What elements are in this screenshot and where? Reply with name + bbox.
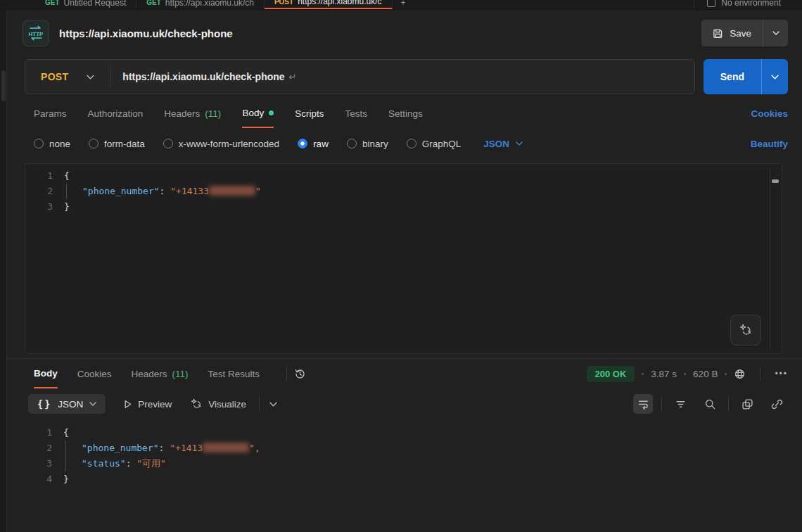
request-body-editor[interactable]: 1 2 3 { "phone_number": "+14133" } — [25, 163, 782, 354]
method-label: POST — [41, 71, 68, 82]
cookies-link[interactable]: Cookies — [751, 108, 788, 119]
response-meta: 200 OK 3.87 s 620 B ••• — [587, 366, 788, 382]
tab-authorization[interactable]: Authorization — [88, 99, 144, 128]
indent-guide — [65, 441, 66, 471]
environment-selector[interactable]: No environment — [694, 0, 802, 10]
environment-label: No environment — [721, 0, 781, 8]
line-number-gutter: 1 2 3 4 — [25, 425, 63, 487]
scrollbar-thumb[interactable] — [772, 179, 779, 183]
indent-guide — [66, 184, 67, 199]
tab-headers[interactable]: Headers(11) — [164, 99, 221, 128]
link-icon — [771, 398, 783, 410]
response-body-viewer[interactable]: 1 2 3 4 { "phone_number": "+1413", "stat… — [25, 421, 782, 525]
response-headers-count: (11) — [172, 369, 189, 379]
code-line: } — [64, 199, 782, 215]
radio-icon — [163, 139, 173, 148]
save-split-button: Save — [701, 20, 788, 46]
separator-dot — [642, 373, 644, 375]
response-toolbar: {} JSON Preview Visualize — [7, 388, 802, 419]
globe-network-icon[interactable] — [734, 368, 746, 380]
radio-binary[interactable]: binary — [347, 139, 388, 149]
status-badge[interactable]: 200 OK — [587, 366, 635, 382]
method-selector[interactable]: POST — [25, 71, 110, 82]
divider — [286, 367, 287, 381]
request-tab-2[interactable]: GET https://api.xiaomu.uk/ch — [136, 0, 265, 10]
separator-dot — [725, 373, 727, 375]
editor-scrollbar[interactable] — [770, 168, 779, 349]
url-input[interactable]: https://api.xiaomu.uk/check-phone↵ — [110, 71, 296, 82]
floppy-save-icon — [713, 28, 723, 39]
new-tab-button[interactable]: + — [393, 0, 414, 8]
response-tab-headers[interactable]: Headers(11) — [132, 359, 189, 388]
url-bar: POST https://api.xiaomu.uk/check-phone↵ — [25, 59, 695, 94]
response-body-code[interactable]: { "phone_number": "+1413", "status": "可用… — [63, 425, 782, 487]
sidebar-drag-handle[interactable] — [1, 70, 6, 101]
response-tab-body[interactable]: Body — [34, 359, 58, 388]
visualize-button[interactable]: Visualize — [190, 398, 246, 410]
radio-none[interactable]: none — [34, 139, 70, 149]
body-modified-dot-icon — [269, 110, 274, 115]
radio-form-data[interactable]: form-data — [89, 139, 145, 149]
workspace-tab-strip: GET Untitled Request GET https://api.xia… — [0, 0, 802, 10]
url-row: POST https://api.xiaomu.uk/check-phone↵ … — [7, 56, 802, 99]
url-value: https://api.xiaomu.uk/check-phone — [122, 71, 284, 82]
request-body-code[interactable]: { "phone_number": "+14133" } — [64, 168, 782, 215]
format-selector[interactable]: JSON — [483, 139, 523, 149]
response-tab-test-results[interactable]: Test Results — [208, 359, 260, 388]
radio-raw-selected[interactable]: raw — [298, 139, 329, 149]
search-icon — [704, 398, 716, 410]
tab-body[interactable]: Body — [242, 99, 274, 128]
code-line: { — [64, 168, 782, 184]
response-time[interactable]: 3.87 s — [651, 369, 677, 379]
radio-x-www-form-urlencoded[interactable]: x-www-form-urlencoded — [163, 139, 279, 149]
filter-icon — [675, 398, 687, 410]
sparkle-circle-icon — [190, 398, 203, 410]
chevron-down-icon — [516, 141, 523, 146]
chevron-down-icon — [87, 75, 94, 80]
filter-button[interactable] — [670, 394, 690, 414]
copy-response-button[interactable] — [737, 394, 757, 414]
braces-icon: {} — [37, 398, 51, 410]
divider — [760, 367, 760, 381]
response-tab-cookies[interactable]: Cookies — [77, 359, 112, 388]
preview-button[interactable]: Preview — [124, 399, 172, 410]
method-badge: GET — [45, 0, 60, 6]
save-button[interactable]: Save — [701, 20, 763, 46]
redacted-value — [203, 443, 249, 452]
send-options-chevron[interactable] — [761, 59, 788, 94]
clock-history-icon — [294, 368, 306, 380]
request-header: HTTP https://api.xiaomu.uk/check-phone S… — [7, 10, 802, 56]
request-tab-1[interactable]: GET Untitled Request — [35, 0, 136, 10]
radio-graphql[interactable]: GraphQL — [407, 139, 462, 149]
share-link-button[interactable] — [767, 394, 787, 414]
more-options-button[interactable]: ••• — [775, 369, 788, 379]
save-options-chevron[interactable] — [763, 20, 788, 46]
send-button[interactable]: Send — [704, 59, 761, 94]
tab-params[interactable]: Params — [34, 99, 67, 128]
tab-scripts[interactable]: Scripts — [295, 99, 324, 128]
response-format-selector[interactable]: {} JSON — [28, 394, 106, 414]
code-line: "phone_number": "+14133" — [64, 184, 782, 199]
more-formats-chevron[interactable] — [269, 402, 277, 407]
beautify-link[interactable]: Beautify — [751, 139, 788, 149]
postbot-fix-button[interactable] — [730, 315, 761, 346]
response-section-tabs: Body Cookies Headers(11) Test Results 20… — [7, 359, 802, 388]
divider — [259, 397, 260, 411]
postman-app: GET Untitled Request GET https://api.xia… — [0, 0, 802, 532]
tab-tests[interactable]: Tests — [345, 99, 367, 128]
save-label: Save — [730, 28, 751, 39]
response-history-button[interactable] — [294, 368, 306, 380]
radio-icon — [347, 139, 357, 148]
line-number-gutter: 1 2 3 — [25, 168, 64, 215]
collapsed-sidebar-rail[interactable] — [0, 10, 7, 532]
search-response-button[interactable] — [700, 394, 720, 414]
wrap-lines-button[interactable] — [633, 394, 653, 414]
code-line: "status": "可用" — [63, 456, 782, 471]
response-format-label: JSON — [58, 399, 83, 410]
tab-settings[interactable]: Settings — [388, 99, 423, 128]
response-size[interactable]: 620 B — [693, 369, 718, 379]
request-tab-3-active[interactable]: POST https://api.xiaomu.uk/c — [265, 0, 393, 10]
method-badge: GET — [146, 0, 161, 6]
request-tab-label: https://api.xiaomu.uk/ch — [165, 0, 254, 8]
request-section-tabs: Params Authorization Headers(11) Body Sc… — [7, 99, 802, 128]
